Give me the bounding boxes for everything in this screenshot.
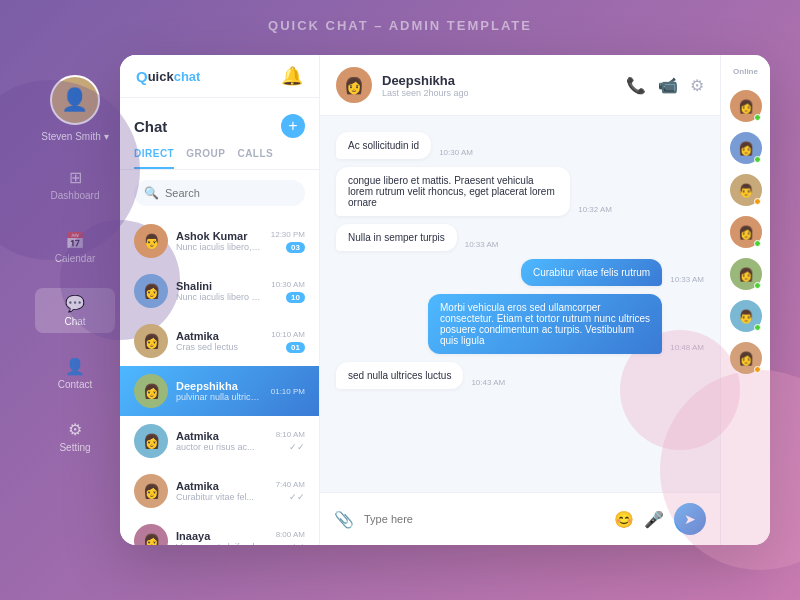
chat-preview: auctor eu risus ac... — [176, 442, 268, 452]
contact-status: Last seen 2hours ago — [382, 88, 616, 98]
chat-avatar: 👩 — [134, 474, 168, 508]
message-bubble: Morbi vehicula eros sed ullamcorper cons… — [428, 294, 662, 354]
read-tick: ✓✓ — [289, 542, 305, 545]
bell-icon[interactable]: 🔔 — [281, 65, 303, 87]
video-icon[interactable]: 📹 — [658, 76, 678, 95]
online-dot — [754, 240, 761, 247]
chat-avatar: 👩 — [134, 374, 168, 408]
chat-item-6[interactable]: 👩 Aatmika Curabitur vitae fel... 7:40 AM… — [120, 466, 319, 516]
contact-avatar: 👩 — [336, 67, 372, 103]
chat-list-panel: Q uick chat 🔔 Chat + DIRECT GROUP CALLS … — [120, 55, 320, 545]
setting-icon: ⚙ — [68, 420, 82, 439]
logo: Q uick chat — [136, 68, 200, 85]
contact-info: Deepshikha Last seen 2hours ago — [382, 73, 616, 98]
chat-preview: Nunc iaculis libero, effic... — [176, 242, 263, 252]
chat-preview: pulvinar nulla ultrices luct... — [176, 392, 263, 402]
chat-time: 12:30 PM — [271, 230, 305, 239]
chat-item-3[interactable]: 👩 Aatmika Cras sed lectus 10:10 AM 01 — [120, 316, 319, 366]
chat-avatar: 👩 — [134, 524, 168, 545]
chat-item-7[interactable]: 👩 Inaaya Vivamus et eleifend... 8:00 AM … — [120, 516, 319, 545]
chat-time: 10:30 AM — [271, 280, 305, 289]
chat-avatar: 👩 — [134, 274, 168, 308]
chat-list-header: Chat + — [120, 98, 319, 148]
header-actions: 📞 📹 ⚙ — [626, 76, 704, 95]
online-user-5[interactable]: 👩 — [730, 258, 762, 290]
message-time: 10:43 AM — [471, 378, 505, 387]
settings-icon[interactable]: ⚙ — [690, 76, 704, 95]
chat-meta: 12:30 PM 03 — [271, 230, 305, 253]
message-row-3: Nulla in semper turpis 10:33 AM — [336, 224, 499, 251]
chat-preview: Cras sed lectus — [176, 342, 263, 352]
chat-meta: 8:10 AM ✓✓ — [276, 430, 305, 452]
sidebar-item-contact[interactable]: 👤 Contact — [35, 351, 115, 396]
attach-icon[interactable]: 📎 — [334, 510, 354, 529]
chat-preview: Vivamus et eleifend... — [176, 542, 268, 545]
message-row-2: congue libero et mattis. Praesent vehicu… — [336, 167, 612, 216]
chat-time: 7:40 AM — [276, 480, 305, 489]
phone-icon[interactable]: 📞 — [626, 76, 646, 95]
input-area: 📎 😊 🎤 ➤ — [320, 492, 720, 545]
online-user-3[interactable]: 👨 — [730, 174, 762, 206]
online-dot — [754, 156, 761, 163]
tab-group[interactable]: GROUP — [186, 148, 225, 169]
message-time: 10:30 AM — [439, 148, 473, 157]
chat-info: Deepshikha pulvinar nulla ultrices luct.… — [176, 380, 263, 402]
tab-direct[interactable]: DIRECT — [134, 148, 174, 169]
message-bubble: Curabitur vitae felis rutrum — [521, 259, 662, 286]
chat-info: Aatmika auctor eu risus ac... — [176, 430, 268, 452]
logo-quick: uick — [148, 69, 174, 84]
message-row-4: 10:33 AM Curabitur vitae felis rutrum — [521, 259, 704, 286]
chat-name: Aatmika — [176, 480, 268, 492]
add-chat-button[interactable]: + — [281, 114, 305, 138]
chat-avatar: 👩 — [134, 324, 168, 358]
online-dot — [754, 324, 761, 331]
chat-name: Shalini — [176, 280, 263, 292]
message-time: 10:33 AM — [670, 275, 704, 284]
online-dot — [754, 366, 761, 373]
chat-time: 8:10 AM — [276, 430, 305, 439]
online-user-2[interactable]: 👩 — [730, 132, 762, 164]
contact-name: Deepshikha — [382, 73, 616, 88]
chat-header: 👩 Deepshikha Last seen 2hours ago 📞 📹 ⚙ — [320, 55, 720, 116]
chat-item-5[interactable]: 👩 Aatmika auctor eu risus ac... 8:10 AM … — [120, 416, 319, 466]
contact-icon: 👤 — [65, 357, 85, 376]
search-input[interactable] — [165, 187, 295, 199]
online-user-1[interactable]: 👩 — [730, 90, 762, 122]
search-icon: 🔍 — [144, 186, 159, 200]
mic-icon[interactable]: 🎤 — [644, 510, 664, 529]
message-input[interactable] — [364, 513, 604, 525]
message-bubble: sed nulla ultrices luctus — [336, 362, 463, 389]
chat-item-2[interactable]: 👩 Shalini Nunc iaculis libero sed lor...… — [120, 266, 319, 316]
online-user-6[interactable]: 👨 — [730, 300, 762, 332]
chat-item-1[interactable]: 👨 Ashok Kumar Nunc iaculis libero, effic… — [120, 216, 319, 266]
emoji-icon[interactable]: 😊 — [614, 510, 634, 529]
message-row-1: Ac sollicitudin id 10:30 AM — [336, 132, 473, 159]
read-tick: ✓✓ — [289, 442, 305, 452]
chat-name: Aatmika — [176, 430, 268, 442]
online-user-7[interactable]: 👩 — [730, 342, 762, 374]
message-bubble: Ac sollicitudin id — [336, 132, 431, 159]
chat-time: 8:00 AM — [276, 530, 305, 539]
chat-time: 01:10 PM — [271, 387, 305, 396]
logo-chat: chat — [174, 69, 201, 84]
chat-meta: 8:00 AM ✓✓ — [276, 530, 305, 545]
chat-tabs: DIRECT GROUP CALLS — [120, 148, 319, 170]
chat-list: 👨 Ashok Kumar Nunc iaculis libero, effic… — [120, 216, 319, 545]
unread-badge: 01 — [286, 342, 305, 353]
page-title: QUICK CHAT – ADMIN TEMPLATE — [268, 18, 532, 33]
sidebar-item-setting[interactable]: ⚙ Setting — [35, 414, 115, 459]
chat-name: Aatmika — [176, 330, 263, 342]
tab-calls[interactable]: CALLS — [237, 148, 273, 169]
message-time: 10:33 AM — [465, 240, 499, 249]
chat-item-4[interactable]: 👩 Deepshikha pulvinar nulla ultrices luc… — [120, 366, 319, 416]
chat-meta: 7:40 AM ✓✓ — [276, 480, 305, 502]
logo-q: Q — [136, 68, 148, 85]
chat-info: Aatmika Curabitur vitae fel... — [176, 480, 268, 502]
unread-badge: 03 — [286, 242, 305, 253]
chat-info: Aatmika Cras sed lectus — [176, 330, 263, 352]
read-tick: ✓✓ — [289, 492, 305, 502]
chat-name: Inaaya — [176, 530, 268, 542]
online-user-4[interactable]: 👩 — [730, 216, 762, 248]
chat-panel-title: Chat — [134, 118, 167, 135]
chat-info: Shalini Nunc iaculis libero sed lor... — [176, 280, 263, 302]
